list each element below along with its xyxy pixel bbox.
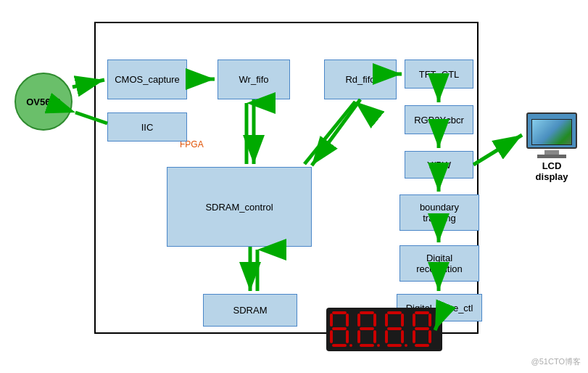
svg-rect-14 — [373, 330, 376, 343]
svg-rect-10 — [357, 313, 360, 327]
svg-rect-12 — [360, 327, 374, 330]
svg-rect-7 — [332, 344, 347, 347]
svg-rect-1 — [332, 311, 347, 314]
tft-ctl-block: TFT_CTL — [405, 60, 473, 89]
svg-rect-20 — [387, 327, 402, 330]
svg-rect-9 — [360, 311, 374, 314]
svg-rect-5 — [330, 330, 333, 343]
svg-rect-27 — [428, 313, 431, 327]
svg-rect-4 — [332, 327, 347, 330]
svg-line-46 — [473, 135, 522, 165]
rgb2ycbcr-block: RGB2Ycbcr — [405, 105, 473, 134]
svg-rect-16 — [377, 344, 380, 347]
svg-rect-24 — [405, 344, 407, 347]
lcd-base — [537, 155, 566, 158]
lcd-label: LCD display — [536, 160, 568, 182]
svg-rect-19 — [401, 313, 404, 327]
sdram-block: SDRAM — [203, 294, 297, 327]
sdram-control-block: SDRAM_control — [167, 167, 312, 247]
seven-segment-display — [326, 308, 442, 351]
svg-rect-26 — [413, 313, 415, 327]
watermark: @51CTO博客 — [531, 356, 581, 367]
seven-seg-svg — [326, 308, 442, 351]
wr-fifo-block: Wr_fifo — [218, 60, 290, 99]
svg-rect-23 — [387, 344, 402, 347]
svg-rect-2 — [330, 313, 333, 327]
svg-rect-17 — [387, 311, 402, 314]
svg-rect-15 — [360, 344, 374, 347]
ov5640-block: OV5640 — [15, 73, 73, 131]
svg-rect-22 — [401, 330, 404, 343]
svg-rect-28 — [415, 327, 429, 330]
svg-rect-29 — [413, 330, 415, 343]
lcd-screen-inner — [531, 119, 572, 145]
boundary-tracking-block: boundary tracking — [399, 194, 479, 231]
ybw-block: Y/BW — [405, 151, 473, 179]
cmos-capture-block: CMOS_capture — [107, 60, 187, 99]
diagram-container: FPGA OV5640 CMOS_capture IIC Wr_fifo Rd_… — [0, 0, 588, 373]
rd-fifo-block: Rd_fifo — [324, 60, 397, 99]
svg-rect-11 — [373, 313, 376, 327]
svg-rect-30 — [428, 330, 431, 343]
svg-rect-31 — [415, 344, 429, 347]
svg-rect-13 — [357, 330, 360, 343]
lcd-screen — [526, 112, 577, 149]
iic-block: IIC — [107, 112, 187, 142]
svg-rect-8 — [349, 344, 352, 347]
svg-rect-18 — [385, 313, 388, 327]
svg-rect-3 — [346, 313, 349, 327]
svg-rect-25 — [415, 311, 429, 314]
svg-rect-6 — [346, 330, 349, 343]
svg-rect-21 — [385, 330, 388, 343]
digital-recognition-block: Digital recognition — [399, 245, 479, 282]
lcd-display: LCD display — [526, 112, 577, 182]
